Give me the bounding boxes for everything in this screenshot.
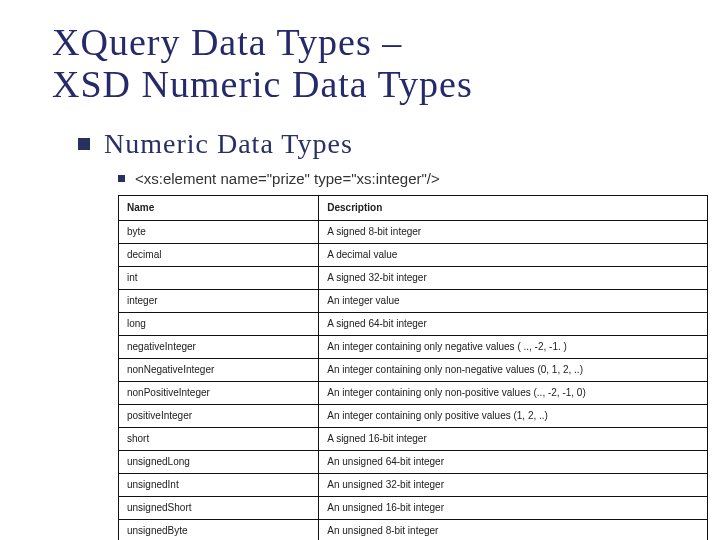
- table-row: nonNegativeIntegerAn integer containing …: [119, 358, 708, 381]
- cell-description: An unsigned 8-bit integer: [319, 519, 708, 540]
- cell-description: An unsigned 32-bit integer: [319, 473, 708, 496]
- cell-name: negativeInteger: [119, 335, 319, 358]
- table-row: unsignedIntAn unsigned 32-bit integer: [119, 473, 708, 496]
- example-code: <xs:element name="prize" type="xs:intege…: [135, 170, 440, 187]
- table-row: integerAn integer value: [119, 289, 708, 312]
- cell-description: An unsigned 16-bit integer: [319, 496, 708, 519]
- slide: XQuery Data Types – XSD Numeric Data Typ…: [0, 0, 720, 540]
- table-row: unsignedLongAn unsigned 64-bit integer: [119, 450, 708, 473]
- cell-description: A signed 32-bit integer: [319, 266, 708, 289]
- table-row: shortA signed 16-bit integer: [119, 427, 708, 450]
- table-row: byteA signed 8-bit integer: [119, 220, 708, 243]
- cell-name: long: [119, 312, 319, 335]
- example-row: <xs:element name="prize" type="xs:intege…: [118, 170, 680, 187]
- cell-description: An integer value: [319, 289, 708, 312]
- cell-description: A decimal value: [319, 243, 708, 266]
- page-title: XQuery Data Types – XSD Numeric Data Typ…: [52, 22, 680, 106]
- cell-name: byte: [119, 220, 319, 243]
- cell-name: unsignedInt: [119, 473, 319, 496]
- table-row: positiveIntegerAn integer containing onl…: [119, 404, 708, 427]
- cell-name: int: [119, 266, 319, 289]
- cell-description: An integer containing only negative valu…: [319, 335, 708, 358]
- table-row: negativeIntegerAn integer containing onl…: [119, 335, 708, 358]
- square-bullet-icon: [78, 138, 90, 150]
- cell-description: A signed 8-bit integer: [319, 220, 708, 243]
- cell-name: unsignedShort: [119, 496, 319, 519]
- title-line-1: XQuery Data Types –: [52, 21, 402, 63]
- cell-name: decimal: [119, 243, 319, 266]
- cell-name: short: [119, 427, 319, 450]
- subheading-row: Numeric Data Types: [78, 128, 680, 160]
- table-row: unsignedShortAn unsigned 16-bit integer: [119, 496, 708, 519]
- cell-name: unsignedByte: [119, 519, 319, 540]
- cell-description: An integer containing only non-negative …: [319, 358, 708, 381]
- cell-description: A signed 16-bit integer: [319, 427, 708, 450]
- header-name: Name: [119, 195, 319, 220]
- cell-description: An unsigned 64-bit integer: [319, 450, 708, 473]
- header-description: Description: [319, 195, 708, 220]
- title-line-2: XSD Numeric Data Types: [52, 63, 473, 105]
- cell-name: unsignedLong: [119, 450, 319, 473]
- subheading: Numeric Data Types: [104, 128, 353, 160]
- cell-description: An integer containing only non-positive …: [319, 381, 708, 404]
- cell-name: nonPositiveInteger: [119, 381, 319, 404]
- table-row: longA signed 64-bit integer: [119, 312, 708, 335]
- cell-description: An integer containing only positive valu…: [319, 404, 708, 427]
- table-header-row: Name Description: [119, 195, 708, 220]
- table-row: intA signed 32-bit integer: [119, 266, 708, 289]
- table-row: decimalA decimal value: [119, 243, 708, 266]
- types-table: Name Description byteA signed 8-bit inte…: [118, 195, 708, 540]
- table-row: nonPositiveIntegerAn integer containing …: [119, 381, 708, 404]
- cell-name: nonNegativeInteger: [119, 358, 319, 381]
- cell-name: positiveInteger: [119, 404, 319, 427]
- cell-name: integer: [119, 289, 319, 312]
- table-row: unsignedByteAn unsigned 8-bit integer: [119, 519, 708, 540]
- cell-description: A signed 64-bit integer: [319, 312, 708, 335]
- square-bullet-icon: [118, 175, 125, 182]
